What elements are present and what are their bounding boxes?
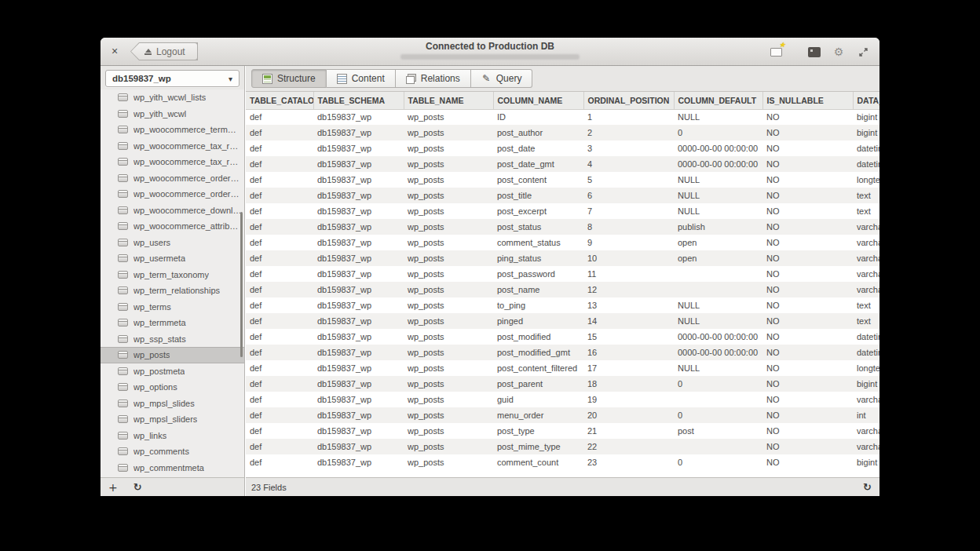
table-row[interactable]: defdb159837_wpwp_postspost_modified_gmt1…: [246, 345, 879, 360]
sidebar-item-wp_term_relationships[interactable]: wp_term_relationships: [101, 283, 244, 299]
table-icon: [118, 271, 128, 279]
sidebar-item-wp_mpsl_sliders[interactable]: wp_mpsl_sliders: [101, 411, 244, 428]
sidebar-item-wp_terms[interactable]: wp_terms: [101, 299, 244, 316]
cell-table_name: wp_posts: [404, 439, 493, 454]
sidebar-item-wp_term_taxonomy[interactable]: wp_term_taxonomy: [101, 267, 244, 283]
column-header-column_name[interactable]: COLUMN_NAME: [493, 92, 583, 109]
table-row[interactable]: defdb159837_wpwp_postspost_mime_type22NO…: [246, 439, 879, 454]
refresh-structure-icon[interactable]: ↻: [863, 482, 872, 492]
cell-is_nullable: NO: [762, 109, 853, 125]
cell-table_catalog: def: [246, 313, 313, 329]
table-row[interactable]: defdb159837_wpwp_postsmenu_order200NOint: [246, 407, 879, 423]
logout-button[interactable]: Logout: [130, 42, 198, 60]
table-row[interactable]: defdb159837_wpwp_postscomment_count230NO…: [246, 454, 879, 470]
cell-column_name: ID: [493, 109, 583, 125]
add-button[interactable]: +: [108, 482, 118, 493]
sidebar-item-wp_links[interactable]: wp_links: [101, 428, 244, 444]
sidebar-item-wp_posts[interactable]: wp_posts: [101, 347, 244, 363]
sidebar-item-wp_termmeta[interactable]: wp_termmeta: [101, 315, 244, 331]
cell-column_default: publish: [674, 219, 762, 235]
column-header-data_type[interactable]: DATA_TYPE: [853, 92, 879, 109]
sidebar-item-wp_comments[interactable]: wp_comments: [101, 443, 244, 460]
sidebar-item-wp_woocommerce_downloadabl[interactable]: wp_woocommerce_downloadabl…: [101, 203, 244, 219]
settings-gear-icon[interactable]: ⚙: [832, 45, 846, 59]
titlebar[interactable]: × Logout Connected to Production DB ★: [101, 38, 879, 66]
cell-is_nullable: NO: [762, 125, 853, 140]
column-header-is_nullable[interactable]: IS_NULLABLE: [762, 92, 853, 109]
table-row[interactable]: defdb159837_wpwp_postspost_content_filte…: [246, 360, 879, 376]
table-row[interactable]: defdb159837_wpwp_poststo_ping13NULLNOtex…: [246, 297, 879, 313]
table-row[interactable]: defdb159837_wpwp_postsping_status10openN…: [246, 250, 879, 266]
table-row[interactable]: defdb159837_wpwp_postscomment_status9ope…: [246, 235, 879, 250]
table-row[interactable]: defdb159837_wpwp_postspost_author20NObig…: [246, 125, 879, 140]
table-row[interactable]: defdb159837_wpwp_postspinged14NULLNOtext: [246, 313, 879, 329]
table-row[interactable]: defdb159837_wpwp_postspost_title6NULLNOt…: [246, 188, 879, 203]
table-row[interactable]: defdb159837_wpwp_postspost_password11NOv…: [246, 266, 879, 282]
sidebar: db159837_wp ▾ wp_yith_wcwl_listswp_yith_…: [101, 66, 245, 496]
sidebar-item-wp_mpsl_slides[interactable]: wp_mpsl_slides: [101, 396, 244, 412]
window-icon: [770, 48, 782, 57]
table-row[interactable]: defdb159837_wpwp_postsID1NULLNObigint: [246, 109, 879, 125]
sidebar-item-wp_woocommerce_order_itemm[interactable]: wp_woocommerce_order_itemm…: [101, 186, 244, 203]
database-selector[interactable]: db159837_wp ▾: [105, 70, 240, 87]
tab-query[interactable]: ✎Query: [471, 69, 533, 88]
table-icon: [118, 286, 128, 294]
table-row[interactable]: defdb159837_wpwp_postspost_date30000-00-…: [246, 140, 879, 156]
sidebar-item-wp_options[interactable]: wp_options: [101, 379, 244, 396]
tab-relations[interactable]: Relations: [396, 69, 471, 88]
sidebar-item-wp_yith_wcwl[interactable]: wp_yith_wcwl: [101, 106, 244, 122]
sidebar-item-wp_postmeta[interactable]: wp_postmeta: [101, 363, 244, 380]
fullscreen-icon[interactable]: [856, 45, 870, 59]
column-header-column_default[interactable]: COLUMN_DEFAULT: [674, 92, 762, 109]
table-row[interactable]: defdb159837_wpwp_postspost_status8publis…: [246, 219, 879, 235]
view-tabbar: StructureContentRelations✎Query: [246, 66, 879, 92]
cell-column_default: 0000-00-00 00:00:00: [674, 345, 762, 360]
tab-structure[interactable]: Structure: [251, 69, 327, 88]
column-header-ordinal_position[interactable]: ORDINAL_POSITION: [583, 92, 674, 109]
cell-table_catalog: def: [246, 329, 313, 345]
sidebar-item-wp_woocommerce_attribute_tax[interactable]: wp_woocommerce_attribute_tax…: [101, 218, 244, 235]
close-icon[interactable]: ×: [108, 45, 122, 59]
terminal-icon[interactable]: [807, 45, 821, 59]
tab-label: Content: [352, 73, 385, 84]
table-row[interactable]: defdb159837_wpwp_postspost_excerpt7NULLN…: [246, 203, 879, 219]
cell-column_name: post_password: [493, 266, 583, 282]
sidebar-item-wp_woocommerce_tax_rate_loca[interactable]: wp_woocommerce_tax_rate_loca…: [101, 138, 244, 155]
column-header-table_name[interactable]: TABLE_NAME: [404, 92, 493, 109]
sidebar-item-wp_ssp_stats[interactable]: wp_ssp_stats: [101, 331, 244, 348]
cell-column_name: post_title: [493, 188, 583, 203]
sidebar-scrollbar[interactable]: [240, 212, 243, 357]
sidebar-item-wp_commentmeta[interactable]: wp_commentmeta: [101, 460, 244, 476]
sidebar-item-wp_woocommerce_tax_rates[interactable]: wp_woocommerce_tax_rates: [101, 154, 244, 170]
terminal-glyph: [808, 47, 821, 57]
sidebar-item-wp_usermeta[interactable]: wp_usermeta: [101, 250, 244, 267]
refresh-tables-icon[interactable]: ↻: [133, 482, 142, 492]
sidebar-item-label: wp_options: [133, 382, 177, 392]
table-row[interactable]: defdb159837_wpwp_postspost_name12NOvarch…: [246, 282, 879, 297]
table-row[interactable]: defdb159837_wpwp_postspost_date_gmt40000…: [246, 156, 879, 172]
cell-column_default: NULL: [674, 172, 762, 188]
column-header-table_schema[interactable]: TABLE_SCHEMA: [313, 92, 404, 109]
table-row[interactable]: defdb159837_wpwp_postspost_type21postNOv…: [246, 423, 879, 439]
sidebar-item-wp_woocommerce_order_items[interactable]: wp_woocommerce_order_items: [101, 170, 244, 187]
sidebar-item-wp_yith_wcwl_lists[interactable]: wp_yith_wcwl_lists: [101, 89, 244, 106]
cell-table_name: wp_posts: [404, 203, 493, 219]
column-header-table_catalog[interactable]: TABLE_CATALOG: [246, 92, 313, 109]
cell-ordinal_position: 16: [583, 345, 674, 360]
cell-ordinal_position: 18: [583, 376, 674, 392]
tab-content[interactable]: Content: [327, 69, 396, 88]
cell-table_catalog: def: [246, 439, 313, 454]
table-row[interactable]: defdb159837_wpwp_postspost_parent180NObi…: [246, 376, 879, 392]
cell-column_name: post_content_filtered: [493, 360, 583, 376]
sidebar-item-wp_woocommerce_termmeta[interactable]: wp_woocommerce_termmeta: [101, 122, 244, 138]
new-window-star-icon[interactable]: ★: [769, 45, 783, 59]
sidebar-item-wp_users[interactable]: wp_users: [101, 235, 244, 251]
sidebar-item-label: wp_usermeta: [133, 254, 185, 263]
table-row[interactable]: defdb159837_wpwp_postspost_modified15000…: [246, 329, 879, 345]
cell-is_nullable: NO: [762, 156, 853, 172]
table-row[interactable]: defdb159837_wpwp_postsguid19NOvarchar: [246, 392, 879, 407]
fullscreen-arrows: [858, 47, 868, 57]
relations-icon: [406, 74, 416, 84]
cell-table_schema: db159837_wp: [313, 109, 404, 125]
table-row[interactable]: defdb159837_wpwp_postspost_content5NULLN…: [246, 172, 879, 188]
